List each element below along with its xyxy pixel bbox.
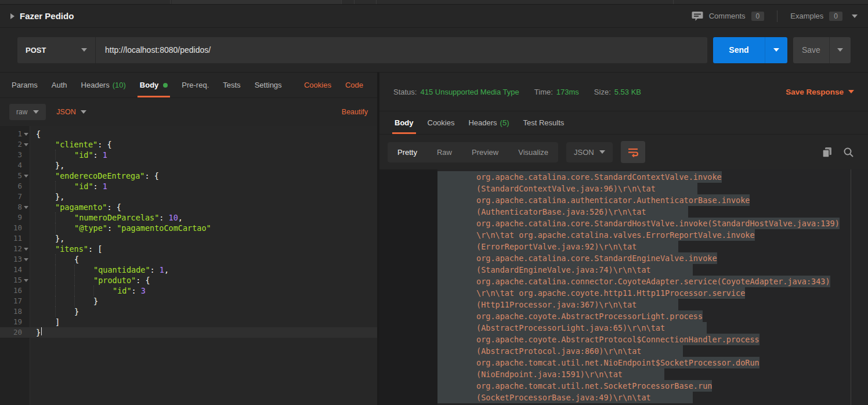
beautify-link[interactable]: Beautify xyxy=(342,108,368,116)
view-visualize[interactable]: Visualize xyxy=(508,142,558,162)
send-button[interactable]: Send xyxy=(713,37,765,63)
save-response-button[interactable]: Save Response xyxy=(786,88,854,96)
editor-line[interactable]: 14"quantidade": 1, xyxy=(0,265,377,275)
fold-caret-icon[interactable] xyxy=(22,244,30,254)
response-tab-headers[interactable]: Headers(5) xyxy=(461,111,516,134)
tab-tests[interactable]: Tests xyxy=(216,73,247,97)
token: "quantidade" xyxy=(93,265,150,275)
code-content: { xyxy=(36,129,41,139)
method-dropdown[interactable]: POST xyxy=(17,37,96,63)
indent-guide xyxy=(36,191,55,202)
request-header: Fazer Pedido Comments 0 Examples 0 xyxy=(0,5,868,28)
code-content: "id": 1 xyxy=(36,150,107,160)
save-button[interactable]: Save xyxy=(793,37,829,63)
editor-line[interactable]: 4}, xyxy=(0,160,377,171)
fold-caret-icon[interactable] xyxy=(22,254,30,265)
collapse-caret-icon[interactable] xyxy=(10,13,15,19)
response-scrollbar[interactable] xyxy=(851,169,851,405)
editor-line[interactable]: 19] xyxy=(0,317,377,327)
save-options-button[interactable] xyxy=(829,37,851,63)
view-pretty[interactable]: Pretty xyxy=(388,142,427,162)
line-number: 16 xyxy=(5,285,22,296)
token: : xyxy=(107,223,117,233)
response-tab-cookies[interactable]: Cookies xyxy=(421,111,462,134)
indent-guide xyxy=(36,317,55,327)
response-language-dropdown[interactable]: JSON xyxy=(566,142,613,162)
fold-caret-icon[interactable] xyxy=(22,202,30,212)
link-code[interactable]: Code xyxy=(338,73,370,97)
response-line: (ErrorReportValve.java:92)\r\n\tat xyxy=(379,241,868,252)
response-tab-body[interactable]: Body xyxy=(388,111,421,134)
view-raw[interactable]: Raw xyxy=(427,142,462,162)
editor-line[interactable]: 6"id": 1 xyxy=(0,181,377,191)
editor-line[interactable]: 7}, xyxy=(0,191,377,202)
body-language-dropdown[interactable]: JSON xyxy=(56,108,86,116)
tab-params[interactable]: Params xyxy=(5,73,45,97)
wrap-text-button[interactable] xyxy=(621,141,645,163)
line-number: 20 xyxy=(5,327,22,338)
examples-label[interactable]: Examples xyxy=(790,12,823,20)
code-content: "quantidade": 1, xyxy=(36,265,169,275)
editor-line[interactable]: 10"@type": "pagamentoComCartao" xyxy=(0,223,377,233)
link-cookies[interactable]: Cookies xyxy=(297,73,338,97)
comments-label[interactable]: Comments xyxy=(709,12,746,20)
tab-prereq[interactable]: Pre-req. xyxy=(175,73,216,97)
workspace-tab-strip[interactable] xyxy=(0,0,868,5)
body-language-label: JSON xyxy=(56,108,75,116)
copy-response-button[interactable] xyxy=(822,146,833,158)
size-value: 5.53 KB xyxy=(614,88,641,96)
send-split-button: Send xyxy=(713,37,787,63)
line-number: 10 xyxy=(5,223,22,233)
request-panel: ParamsAuthHeaders(10)BodyPre-req.TestsSe… xyxy=(0,73,377,405)
response-tab-testresults[interactable]: Test Results xyxy=(516,111,572,134)
json-body-editor[interactable]: 1{2"cliente": {3"id": 14},5"enderecoDeEn… xyxy=(0,126,377,405)
view-preview[interactable]: Preview xyxy=(462,142,508,162)
status-label: Status: xyxy=(393,88,417,96)
editor-line[interactable]: 15"produto": { xyxy=(0,275,377,285)
editor-line[interactable]: 3"id": 1 xyxy=(0,150,377,160)
active-workspace-tab[interactable] xyxy=(172,0,341,4)
editor-line[interactable]: 20} xyxy=(0,327,377,338)
fold-spacer xyxy=(22,223,30,233)
indent-guide xyxy=(36,265,55,275)
tab-headers[interactable]: Headers(10) xyxy=(74,73,133,97)
comments-icon[interactable] xyxy=(692,11,703,21)
editor-line[interactable]: 16"id": 3 xyxy=(0,285,377,296)
code-content: "enderecoDeEntrega": { xyxy=(36,171,159,181)
tab-label: Headers xyxy=(81,81,110,89)
url-input[interactable] xyxy=(96,37,707,63)
tab-label: Tests xyxy=(223,81,240,89)
fold-caret-icon[interactable] xyxy=(22,171,30,181)
stack-trace-text: org.apache.tomcat.util.net.SocketProcess… xyxy=(437,380,712,392)
header-divider xyxy=(777,10,777,22)
tab-auth[interactable]: Auth xyxy=(45,73,74,97)
editor-line[interactable]: 5"enderecoDeEntrega": { xyxy=(0,171,377,181)
editor-line[interactable]: 1{ xyxy=(0,129,377,139)
fold-caret-icon[interactable] xyxy=(22,139,30,150)
examples-chevron-down-icon[interactable] xyxy=(852,15,858,18)
indent-guide xyxy=(55,306,74,317)
editor-line[interactable]: 12"itens": [ xyxy=(0,244,377,254)
editor-line[interactable]: 18} xyxy=(0,306,377,317)
token: 10 xyxy=(169,212,178,223)
line-number: 11 xyxy=(5,233,22,244)
tab-settings[interactable]: Settings xyxy=(248,73,289,97)
fold-caret-icon[interactable] xyxy=(22,129,30,139)
editor-line[interactable]: 2"cliente": { xyxy=(0,139,377,150)
time-value: 173ms xyxy=(556,88,579,96)
editor-line[interactable]: 8"pagamento": { xyxy=(0,202,377,212)
editor-line[interactable]: 13{ xyxy=(0,254,377,265)
editor-line[interactable]: 11}, xyxy=(0,233,377,244)
search-response-button[interactable] xyxy=(843,147,854,158)
indent-guide xyxy=(36,223,55,233)
fold-spacer xyxy=(22,150,30,160)
stack-trace-text: (StandardContextValve.java:96)\r\n\tat xyxy=(437,183,697,194)
body-mode-dropdown[interactable]: raw xyxy=(9,104,46,120)
editor-line[interactable]: 17} xyxy=(0,296,377,306)
fold-caret-icon[interactable] xyxy=(22,275,30,285)
editor-line[interactable]: 9"numeroDeParcelas": 10, xyxy=(0,212,377,223)
tab-body[interactable]: Body xyxy=(133,73,175,97)
response-body-viewer[interactable]: org.apache.catalina.core.StandardContext… xyxy=(379,169,868,405)
time-label: Time: xyxy=(534,88,553,96)
send-options-button[interactable] xyxy=(765,37,787,63)
